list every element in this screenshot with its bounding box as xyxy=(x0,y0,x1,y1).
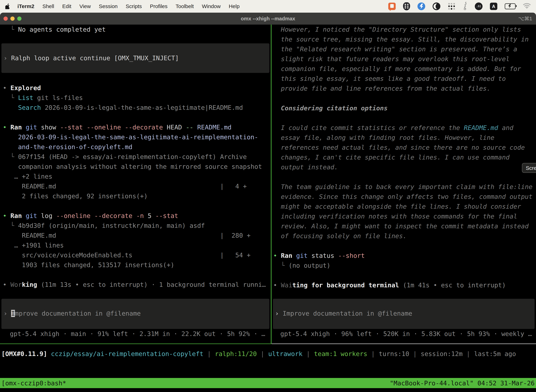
text-segment: List xyxy=(18,94,34,101)
input-source-a-icon[interactable]: A xyxy=(490,3,497,10)
terminal-line: src/voice/voiceModeEnabled.ts | 54 + xyxy=(3,250,271,260)
text-segment: last:5m ago xyxy=(474,350,516,357)
text-segment: I could cite commit statistics or refere… xyxy=(273,124,464,131)
macos-menu-bar: iTerm2ShellEditViewSessionScriptsProfile… xyxy=(0,0,536,13)
prompt-input-line[interactable]: › Improve documentation in @filename xyxy=(4,308,269,318)
text-segment: README.md | 4 + xyxy=(3,183,247,190)
spacer xyxy=(273,113,536,123)
text-segment: companion file, especially if more comme… xyxy=(273,65,521,72)
text-segment: (11m 13s • esc to interrupt) · 1 backgro… xyxy=(37,281,266,288)
text-segment: gpt-5.4 xhigh · main · 91% left · 2.31M … xyxy=(10,330,265,337)
terminal-line: • Ran git status --short xyxy=(273,251,536,261)
tmux-status-bar: [omx-cczip0:bash* "MacBook-Pro-44.local"… xyxy=(0,378,536,388)
terminal-line: However, I noticed the "Directory Struct… xyxy=(273,25,536,34)
terminal-line: 1903 files changed, 513517 insertions(+) xyxy=(3,260,271,270)
tmux-session-label: [omx-cczip0:bash* xyxy=(1,379,66,387)
terminal-line: 2026-03-09-is-legal-the-same-as-legitima… xyxy=(3,132,271,142)
text-segment: mprove documentation in @filename xyxy=(15,310,141,317)
dark-crescent-icon[interactable] xyxy=(433,2,440,10)
menu-item-iterm2[interactable]: iTerm2 xyxy=(17,3,34,9)
terminal-line: Search 2026-03-09-is-legal-the-same-as-l… xyxy=(3,103,271,112)
battery-charging-icon[interactable] xyxy=(505,3,516,9)
menu-item-toolbelt[interactable]: Toolbelt xyxy=(176,3,194,9)
text-segment: changes, I can't cite specific file line… xyxy=(273,154,510,161)
terminal-line: 2 files changed, 92 insertions(+) xyxy=(3,191,271,201)
terminal-line: changes, I can't cite specific file line… xyxy=(273,152,536,162)
spacer xyxy=(3,270,271,280)
spacer xyxy=(273,271,536,280)
text-segment: cczip/essay/ai-reimplementation-copyleft xyxy=(51,350,203,357)
terminal-line: slight risk that future readers may over… xyxy=(273,54,536,64)
apple-menu-icon[interactable] xyxy=(5,4,10,9)
prompt-input-box[interactable]: › Ralph loop active continue [OMX_TMUX_I… xyxy=(1,43,269,73)
text-segment: Considering citation options xyxy=(273,104,388,112)
prompt-input-line[interactable]: › Ralph loop active continue [OMX_TMUX_I… xyxy=(4,53,269,63)
text-segment: └ xyxy=(3,153,18,160)
terminal-line: Considering citation options xyxy=(273,103,536,113)
left-terminal-pane[interactable]: └ No agents completed yet› Ralph loop ac… xyxy=(0,25,271,344)
text-segment: | xyxy=(203,350,215,357)
text-segment: output instead. xyxy=(273,163,338,171)
text-segment: --short xyxy=(338,252,365,259)
text-segment: 5 xyxy=(144,212,155,219)
right-terminal-pane[interactable]: However, I noticed the "Directory Struct… xyxy=(272,25,536,344)
menu-item-profiles[interactable]: Profiles xyxy=(150,3,168,9)
text-segment: 4b9d30f (origin/main, instructkr/main, m… xyxy=(18,222,205,229)
text-segment: | xyxy=(302,350,314,357)
text-segment: … +2 lines xyxy=(3,173,53,180)
screen-share-overlay[interactable]: Scre xyxy=(522,163,536,173)
terminal-line: might be acceptable alongside the file l… xyxy=(273,202,536,211)
menu-item-session[interactable]: Session xyxy=(99,3,118,9)
terminal-line: output instead. xyxy=(273,162,536,172)
text-segment: README.md xyxy=(464,124,498,131)
text-segment: └ xyxy=(3,94,18,101)
text-segment: ting for background terminal xyxy=(292,281,399,289)
orange-chat-icon[interactable] xyxy=(388,3,396,10)
text-segment: └ xyxy=(3,26,18,33)
text-segment: | xyxy=(257,350,268,357)
menu-item-window[interactable]: Window xyxy=(202,3,221,9)
menu-item-help[interactable]: Help xyxy=(229,3,240,9)
battery-percent-label: ..61 xyxy=(476,5,481,8)
window-titlebar[interactable]: omx --xhigh --madmax ⌥⌘1 xyxy=(0,13,536,25)
text-segment: king xyxy=(22,281,37,288)
terminal-line: and-the-erosion-of-copyleft.md xyxy=(3,142,271,152)
text-segment: and-the-erosion-of-copyleft.md xyxy=(3,143,132,150)
text-segment: references need actual files, and since … xyxy=(273,144,525,151)
prompt-input-box[interactable]: › Improve documentation in @filename xyxy=(273,299,535,329)
text-segment: I xyxy=(11,310,15,317)
terminal-line: README.md | 280 + xyxy=(3,231,271,240)
text-segment: | xyxy=(367,350,379,357)
text-segment: Ran xyxy=(10,212,22,219)
text-segment: README.md xyxy=(193,124,232,131)
menu-item-shell[interactable]: Shell xyxy=(42,3,54,9)
terminal-line: └ 4b9d30f (origin/main, instructkr/main,… xyxy=(3,221,271,231)
text-segment: src/voice/voiceModeEnabled.ts | 54 + xyxy=(3,252,251,259)
blue-bolt-icon[interactable] xyxy=(417,2,425,10)
battery-percent-icon[interactable]: ..61 xyxy=(475,2,483,10)
window-title: omx --xhigh --madmax xyxy=(0,16,536,22)
text-segment: git xyxy=(296,252,308,259)
text-segment xyxy=(22,212,26,219)
text-segment xyxy=(22,124,26,131)
terminal-line: … +2 lines xyxy=(3,172,271,182)
terminal-line: README.md | 4 + xyxy=(3,182,271,191)
wifi-icon[interactable] xyxy=(523,3,531,10)
session-status-line: gpt-5.4 xhigh · main · 91% left · 2.31M … xyxy=(3,329,271,339)
text-segment: and xyxy=(498,124,513,131)
shield-grid-icon[interactable] xyxy=(403,2,410,10)
text-segment: --oneline --decorate -n xyxy=(56,212,144,219)
menu-item-view[interactable]: View xyxy=(80,3,91,9)
text-segment: the "Related research writing" section i… xyxy=(273,46,517,53)
squiggle-icon[interactable] xyxy=(463,2,467,11)
menu-item-edit[interactable]: Edit xyxy=(62,3,72,9)
text-segment: The team guideline is to back every impo… xyxy=(273,183,532,190)
prompt-input-line[interactable]: › Improve documentation in @filename xyxy=(275,308,535,318)
dots-grid-icon[interactable] xyxy=(448,2,455,10)
text-segment: --stat xyxy=(155,212,178,219)
menu-item-scripts[interactable]: Scripts xyxy=(126,3,142,9)
prompt-input-box[interactable]: › Improve documentation in @filename xyxy=(1,299,269,329)
text-segment: However, I noticed the "Directory Struct… xyxy=(273,26,521,33)
text-segment: evidence. Since this change only affects… xyxy=(273,193,532,200)
text-segment: 067f154 (HEAD -> essay/ai-reimplementati… xyxy=(18,153,247,160)
